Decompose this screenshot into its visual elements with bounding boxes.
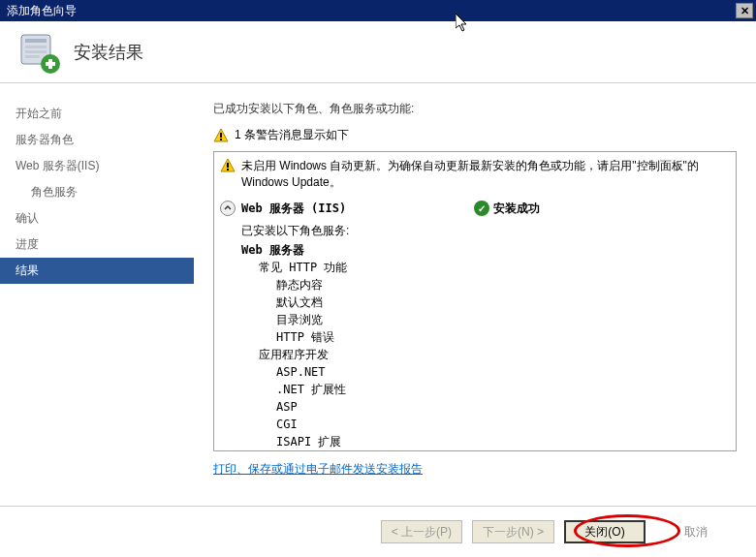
sidebar-item-confirm[interactable]: 确认 [0,205,194,232]
sidebar-item-progress[interactable]: 进度 [0,232,194,258]
tree-item: 静态内容 [220,276,730,294]
wizard-icon [16,29,62,76]
warning-icon [220,158,236,173]
titlebar: 添加角色向导 ✕ [0,0,756,21]
sidebar-item-role-services[interactable]: 角色服务 [0,179,194,205]
sidebar-item-server-roles[interactable]: 服务器角色 [0,127,194,153]
window-title: 添加角色向导 [7,3,736,19]
svg-rect-12 [227,163,229,168]
tree-item: HTTP 错误 [220,328,730,346]
svg-rect-3 [25,50,47,53]
tree-item: 目录浏览 [220,311,730,328]
results-box[interactable]: 未启用 Windows 自动更新。为确保自动更新最新安装的角色或功能，请启用"控… [213,151,737,451]
page-title: 安装结果 [74,41,143,64]
tree-item: ISAPI 扩展 [220,433,730,450]
tree-item: 应用程序开发 [220,346,730,363]
sidebar-item-results[interactable]: 结果 [0,258,194,284]
svg-rect-2 [25,46,47,48]
tree-item: Web 服务器 [220,241,730,259]
prev-button: < 上一步(P) [381,520,462,543]
role-tree: Web 服务器常见 HTTP 功能静态内容默认文档目录浏览HTTP 错误应用程序… [220,241,730,451]
warning-summary: 1 条警告消息显示如下 [213,127,737,143]
svg-rect-4 [25,55,40,58]
close-icon: ✕ [740,5,749,17]
main-panel: 已成功安装以下角色、角色服务或功能: 1 条警告消息显示如下 未启用 Windo… [194,83,756,506]
svg-rect-1 [25,39,47,43]
report-link[interactable]: 打印、保存或通过电子邮件发送安装报告 [213,461,737,478]
role-section-row: Web 服务器 (IIS) ✓ 安装成功 [220,197,730,221]
status-badge: ✓ 安装成功 [474,201,540,217]
status-text: 安装成功 [493,201,540,217]
section-name: Web 服务器 (IIS) [241,201,474,217]
svg-rect-9 [220,133,222,138]
update-warning-text: 未启用 Windows 自动更新。为确保自动更新最新安装的角色或功能，请启用"控… [241,158,730,191]
installed-label: 已安装以下角色服务: [220,221,730,241]
close-window-button[interactable]: ✕ [736,3,753,18]
cancel-button: 取消 [655,520,737,543]
sidebar-item-web-server-iis[interactable]: Web 服务器(IIS) [0,153,194,179]
sidebar: 开始之前 服务器角色 Web 服务器(IIS) 角色服务 确认 进度 结果 [0,83,194,506]
intro-text: 已成功安装以下角色、角色服务或功能: [213,101,737,117]
next-button: 下一步(N) > [472,520,554,543]
tree-item: ISAPI 筛选器 [220,450,730,451]
footer: < 上一步(P) 下一步(N) > 关闭(O) 取消 [0,506,756,557]
sidebar-item-before-begin[interactable]: 开始之前 [0,101,194,127]
tree-item: ASP [220,398,730,416]
warning-count-text: 1 条警告消息显示如下 [235,127,349,143]
svg-rect-7 [48,59,52,69]
tree-item: CGI [220,416,730,433]
tree-item: 常见 HTTP 功能 [220,259,730,276]
warning-icon [213,128,229,143]
update-warning-row: 未启用 Windows 自动更新。为确保自动更新最新安装的角色或功能，请启用"控… [220,156,730,197]
tree-item: ASP.NET [220,363,730,381]
success-icon: ✓ [474,201,489,216]
svg-rect-10 [220,139,222,140]
tree-item: .NET 扩展性 [220,381,730,398]
close-button[interactable]: 关闭(O) [564,520,646,543]
header: 安装结果 [0,21,756,83]
tree-item: 默认文档 [220,294,730,311]
svg-rect-13 [227,169,229,170]
collapse-icon[interactable] [220,201,236,216]
